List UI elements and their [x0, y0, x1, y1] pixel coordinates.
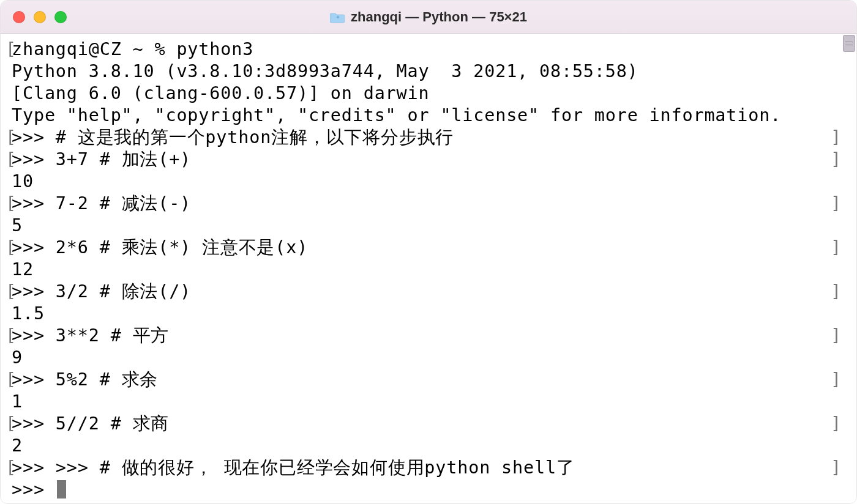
terminal-line: >>> — [6, 479, 837, 501]
terminal-line: 2 — [6, 435, 837, 457]
terminal-line: [>>> 3+7 # 加法(+)] — [6, 149, 837, 171]
terminal-line: [>>> # 这是我的第一个python注解，以下将分步执行] — [6, 127, 837, 149]
line-bracket-right — [831, 39, 837, 61]
terminal-line: [Clang 6.0 (clang-600.0.57)] on darwin — [6, 83, 837, 105]
terminal-text: 10 — [12, 171, 831, 193]
terminal-text: >>> 5//2 # 求商 — [12, 413, 831, 435]
line-bracket-left: [ — [6, 127, 12, 149]
line-bracket-right: ] — [831, 413, 837, 435]
window-title: zhangqi — Python — 75×21 — [351, 9, 527, 25]
line-bracket-left: [ — [6, 325, 12, 347]
line-bracket-left: [ — [6, 413, 12, 435]
line-bracket-right: ] — [831, 457, 837, 479]
scrollbar-track[interactable] — [843, 34, 855, 504]
terminal-text: >>> # 这是我的第一个python注解，以下将分步执行 — [12, 127, 831, 149]
line-bracket-left — [6, 303, 12, 325]
terminal-cursor — [57, 480, 66, 498]
line-bracket-left — [6, 83, 12, 105]
terminal-text: 1 — [12, 391, 831, 413]
line-bracket-right — [831, 303, 837, 325]
terminal-text: >>> — [12, 479, 831, 501]
line-bracket-right: ] — [831, 149, 837, 171]
line-bracket-left — [6, 105, 12, 127]
line-bracket-right: ] — [831, 281, 837, 303]
terminal-text: Type "help", "copyright", "credits" or "… — [12, 105, 831, 127]
line-bracket-right: ] — [831, 369, 837, 391]
line-bracket-left: [ — [6, 457, 12, 479]
terminal-text: Python 3.8.10 (v3.8.10:3d8993a744, May 3… — [12, 61, 831, 83]
terminal-line: [>>> 2*6 # 乘法(*) 注意不是(x)] — [6, 237, 837, 259]
terminal-line: [>>> 3**2 # 平方] — [6, 325, 837, 347]
terminal-content[interactable]: [zhangqi@CZ ~ % python3 Python 3.8.10 (v… — [1, 34, 842, 504]
terminal-text: 12 — [12, 259, 831, 281]
terminal-text: >>> 5%2 # 求余 — [12, 369, 831, 391]
line-bracket-left — [6, 479, 12, 501]
line-bracket-right — [831, 479, 837, 501]
line-bracket-left — [6, 259, 12, 281]
terminal-line: 1.5 — [6, 303, 837, 325]
line-bracket-right — [831, 61, 837, 83]
terminal-line: [>>> 3/2 # 除法(/)] — [6, 281, 837, 303]
window-titlebar: zhangqi — Python — 75×21 — [1, 1, 856, 34]
line-bracket-right: ] — [831, 237, 837, 259]
terminal-text: >>> 7-2 # 减法(-) — [12, 193, 831, 215]
line-bracket-right — [831, 347, 837, 369]
line-bracket-right — [831, 83, 837, 105]
line-bracket-right — [831, 391, 837, 413]
line-bracket-left: [ — [6, 369, 12, 391]
line-bracket-left: [ — [6, 237, 12, 259]
line-bracket-left — [6, 391, 12, 413]
terminal-text: 2 — [12, 435, 831, 457]
window-title-wrap: zhangqi — Python — 75×21 — [1, 9, 856, 25]
terminal-text: [Clang 6.0 (clang-600.0.57)] on darwin — [12, 83, 831, 105]
line-bracket-left: [ — [6, 149, 12, 171]
terminal-line: Type "help", "copyright", "credits" or "… — [6, 105, 837, 127]
line-bracket-right — [831, 435, 837, 457]
line-bracket-right: ] — [831, 127, 837, 149]
line-bracket-right — [831, 105, 837, 127]
line-bracket-left: [ — [6, 281, 12, 303]
terminal-text: >>> >>> # 做的很好， 现在你已经学会如何使用python shell了 — [12, 457, 831, 479]
terminal-line: [>>> >>> # 做的很好， 现在你已经学会如何使用python shell… — [6, 457, 837, 479]
line-bracket-right — [831, 215, 837, 237]
terminal-text: >>> 3**2 # 平方 — [12, 325, 831, 347]
terminal-line: [zhangqi@CZ ~ % python3 — [6, 39, 837, 61]
terminal-text: 1.5 — [12, 303, 831, 325]
terminal-line: 5 — [6, 215, 837, 237]
terminal-text: 9 — [12, 347, 831, 369]
terminal-text: >>> 3+7 # 加法(+) — [12, 149, 831, 171]
scrollbar[interactable] — [842, 34, 856, 504]
folder-icon — [330, 11, 345, 23]
terminal-line: 9 — [6, 347, 837, 369]
line-bracket-left: [ — [6, 193, 12, 215]
close-button[interactable] — [13, 11, 25, 23]
line-bracket-left — [6, 215, 12, 237]
line-bracket-left — [6, 435, 12, 457]
line-bracket-left — [6, 347, 12, 369]
line-bracket-right: ] — [831, 193, 837, 215]
minimize-button[interactable] — [34, 11, 46, 23]
terminal-text: 5 — [12, 215, 831, 237]
terminal-line: 10 — [6, 171, 837, 193]
line-bracket-right — [831, 171, 837, 193]
terminal-line: [>>> 5//2 # 求商] — [6, 413, 837, 435]
traffic-lights — [13, 11, 67, 23]
line-bracket-left — [6, 61, 12, 83]
line-bracket-right: ] — [831, 325, 837, 347]
terminal-line: [>>> 7-2 # 减法(-)] — [6, 193, 837, 215]
maximize-button[interactable] — [54, 11, 67, 23]
terminal-line: [>>> 5%2 # 求余] — [6, 369, 837, 391]
scrollbar-thumb[interactable] — [843, 35, 855, 52]
line-bracket-left: [ — [6, 39, 12, 61]
terminal-line: Python 3.8.10 (v3.8.10:3d8993a744, May 3… — [6, 61, 837, 83]
terminal-line: 1 — [6, 391, 837, 413]
terminal-text: >>> 2*6 # 乘法(*) 注意不是(x) — [12, 237, 831, 259]
terminal-text: zhangqi@CZ ~ % python3 — [12, 39, 831, 61]
line-bracket-right — [831, 259, 837, 281]
terminal-text: >>> 3/2 # 除法(/) — [12, 281, 831, 303]
line-bracket-left — [6, 171, 12, 193]
terminal-area[interactable]: [zhangqi@CZ ~ % python3 Python 3.8.10 (v… — [1, 34, 856, 504]
terminal-line: 12 — [6, 259, 837, 281]
